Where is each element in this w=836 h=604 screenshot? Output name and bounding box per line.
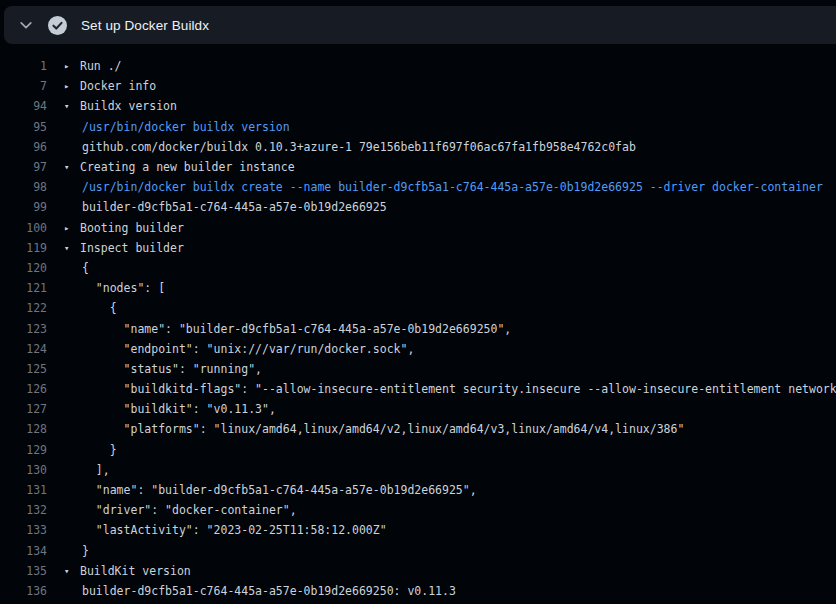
log-line: 125 "status": "running", — [0, 359, 836, 379]
step-header[interactable]: Set up Docker Buildx — [4, 6, 836, 44]
group-label: BuildKit version — [80, 564, 191, 578]
log-line: 95/usr/bin/docker buildx version — [0, 117, 836, 137]
group-expanded-triangle-icon[interactable]: ▾ — [64, 157, 80, 177]
output-text: "name": "builder-d9cfb5a1-c764-445a-a57e… — [82, 322, 511, 336]
output-text: "buildkitd-flags": "--allow-insecure-ent… — [82, 382, 836, 396]
line-number-link[interactable]: 127 — [0, 402, 47, 416]
line-number-link[interactable]: 121 — [0, 281, 47, 295]
line-number-link[interactable]: 94 — [0, 99, 47, 113]
line-number-link[interactable]: 124 — [0, 342, 47, 356]
log-line: 134} — [0, 541, 836, 561]
group-label: Inspect builder — [80, 241, 184, 255]
group-collapsed-triangle-icon[interactable]: ▸ — [64, 76, 80, 96]
log-group-header[interactable]: 119▾Inspect builder — [0, 238, 836, 258]
line-number-link[interactable]: 130 — [0, 463, 47, 477]
group-collapsed-triangle-icon[interactable]: ▸ — [64, 218, 80, 238]
line-number-link[interactable]: 125 — [0, 362, 47, 376]
log-line: 129 } — [0, 440, 836, 460]
log-line: 120{ — [0, 258, 836, 278]
log-line: 130 ], — [0, 460, 836, 480]
output-text: { — [82, 301, 117, 315]
group-label: Buildx version — [80, 99, 177, 113]
log-line: 136builder-d9cfb5a1-c764-445a-a57e-0b19d… — [0, 581, 836, 601]
line-number-link[interactable]: 135 — [0, 564, 47, 578]
line-number-link[interactable]: 97 — [0, 160, 47, 174]
group-label: Docker info — [80, 79, 156, 93]
line-number-link[interactable]: 123 — [0, 322, 47, 336]
chevron-down-icon[interactable] — [19, 18, 33, 32]
line-number-link[interactable]: 1 — [0, 59, 47, 73]
line-number-link[interactable]: 122 — [0, 301, 47, 315]
check-circle-icon — [48, 16, 67, 35]
group-expanded-triangle-icon[interactable]: ▾ — [64, 238, 80, 258]
line-number-link[interactable]: 100 — [0, 221, 47, 235]
output-text: "lastActivity": "2023-02-25T11:58:12.000… — [82, 523, 387, 537]
output-text: "buildkit": "v0.11.3", — [82, 402, 276, 416]
output-text: "driver": "docker-container", — [82, 503, 297, 517]
command-text: /usr/bin/docker buildx version — [82, 120, 290, 134]
output-text: "nodes": [ — [82, 281, 165, 295]
output-text: } — [82, 443, 117, 457]
line-number-link[interactable]: 129 — [0, 443, 47, 457]
log-group-header[interactable]: 94▾Buildx version — [0, 96, 836, 116]
log-line: 128 "platforms": "linux/amd64,linux/amd6… — [0, 419, 836, 439]
line-number-link[interactable]: 132 — [0, 503, 47, 517]
log-group-header[interactable]: 1▸Run ./ — [0, 56, 836, 76]
log-line: 127 "buildkit": "v0.11.3", — [0, 399, 836, 419]
output-text: builder-d9cfb5a1-c764-445a-a57e-0b19d2e6… — [82, 200, 387, 214]
group-label: Creating a new builder instance — [80, 160, 295, 174]
log-line: 133 "lastActivity": "2023-02-25T11:58:12… — [0, 520, 836, 540]
line-number-link[interactable]: 7 — [0, 79, 47, 93]
output-text: ], — [82, 463, 110, 477]
command-text: /usr/bin/docker buildx create --name bui… — [82, 180, 823, 194]
line-number-link[interactable]: 99 — [0, 200, 47, 214]
output-text: builder-d9cfb5a1-c764-445a-a57e-0b19d2e6… — [82, 584, 456, 598]
output-text: "name": "builder-d9cfb5a1-c764-445a-a57e… — [82, 483, 477, 497]
log-group-header[interactable]: 7▸Docker info — [0, 76, 836, 96]
group-label: Booting builder — [80, 221, 184, 235]
log-line: 99builder-d9cfb5a1-c764-445a-a57e-0b19d2… — [0, 197, 836, 217]
log-line: 132 "driver": "docker-container", — [0, 500, 836, 520]
log-line: 131 "name": "builder-d9cfb5a1-c764-445a-… — [0, 480, 836, 500]
output-text: "platforms": "linux/amd64,linux/amd64/v2… — [82, 422, 684, 436]
line-number-link[interactable]: 133 — [0, 523, 47, 537]
log-line: 122 { — [0, 298, 836, 318]
output-text: "status": "running", — [82, 362, 262, 376]
log-line: 123 "name": "builder-d9cfb5a1-c764-445a-… — [0, 318, 836, 338]
log-group-header[interactable]: 97▾Creating a new builder instance — [0, 157, 836, 177]
line-number-link[interactable]: 131 — [0, 483, 47, 497]
output-text: "endpoint": "unix:///var/run/docker.sock… — [82, 342, 414, 356]
line-number-link[interactable]: 119 — [0, 241, 47, 255]
log-group-header[interactable]: 100▸Booting builder — [0, 218, 836, 238]
output-text: github.com/docker/buildx 0.10.3+azure-1 … — [82, 140, 636, 154]
group-expanded-triangle-icon[interactable]: ▾ — [64, 561, 80, 581]
group-collapsed-triangle-icon[interactable]: ▸ — [64, 56, 80, 76]
log-line: 124 "endpoint": "unix:///var/run/docker.… — [0, 339, 836, 359]
line-number-link[interactable]: 96 — [0, 140, 47, 154]
log-line: 98/usr/bin/docker buildx create --name b… — [0, 177, 836, 197]
line-number-link[interactable]: 134 — [0, 544, 47, 558]
line-number-link[interactable]: 136 — [0, 584, 47, 598]
log-area: 1▸Run ./7▸Docker info94▾Buildx version95… — [0, 44, 836, 604]
log-group-header[interactable]: 135▾BuildKit version — [0, 561, 836, 581]
line-number-link[interactable]: 95 — [0, 120, 47, 134]
group-label: Run ./ — [80, 59, 122, 73]
log-line: 96github.com/docker/buildx 0.10.3+azure-… — [0, 137, 836, 157]
line-number-link[interactable]: 126 — [0, 382, 47, 396]
output-text: } — [82, 544, 89, 558]
step-title: Set up Docker Buildx — [81, 18, 209, 33]
log-line: 126 "buildkitd-flags": "--allow-insecure… — [0, 379, 836, 399]
group-expanded-triangle-icon[interactable]: ▾ — [64, 96, 80, 116]
output-text: { — [82, 261, 89, 275]
log-line: 121 "nodes": [ — [0, 278, 836, 298]
line-number-link[interactable]: 120 — [0, 261, 47, 275]
line-number-link[interactable]: 98 — [0, 180, 47, 194]
line-number-link[interactable]: 128 — [0, 422, 47, 436]
